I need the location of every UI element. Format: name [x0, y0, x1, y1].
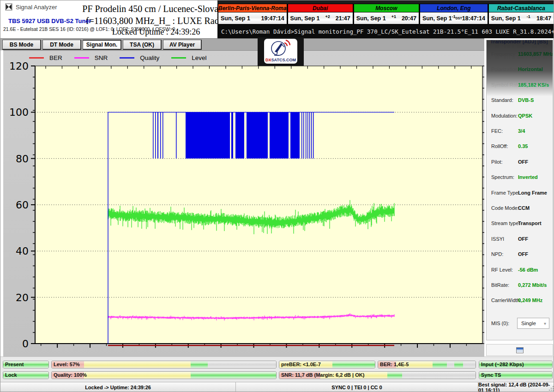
tab-strip: BS ModeDT ModeSignal Mon.TSA (OK)AV Play… [0, 38, 484, 50]
clock-date: Sun, Sep 1 [491, 15, 521, 22]
meter-segment-gray [463, 361, 476, 368]
clock-time-value: 20:47 [402, 15, 416, 22]
row-value: Long Frame [518, 190, 547, 196]
clock-date: Sun, Sep 1 [356, 15, 386, 22]
meter-segment-gray [447, 361, 454, 368]
tab-signal-mon-[interactable]: Signal Mon. [83, 40, 121, 50]
row-value: OFF [518, 159, 528, 165]
svg-text:120: 120 [9, 60, 29, 72]
transponder-row-standard-: Standard:DVB-S [487, 97, 553, 107]
logo-text-dx: DX [265, 58, 271, 62]
tab-bs-mode[interactable]: BS Mode [2, 40, 41, 50]
transport-data-button[interactable] [486, 344, 553, 356]
clock-time-cell: Sun, Sep 1-118:47 [488, 12, 554, 24]
console-window: C:\Users\Roman Dávid>Signal monitoring_P… [217, 24, 554, 38]
row-value: -56 dBm [518, 267, 538, 273]
tab-dt-mode[interactable]: DT Mode [42, 40, 81, 50]
signal-chart-panel: BERSNRQualityLevel 020406080100120 [3, 50, 484, 356]
tab-tsa-ok-[interactable]: TSA (OK) [123, 40, 162, 50]
row-value: Inverted [518, 174, 538, 180]
clock-time-value: 18:47 [536, 15, 551, 22]
meter-segment-green [332, 361, 375, 368]
meter-segment-green [454, 361, 463, 368]
clock-utc-offset: +2 [320, 14, 336, 19]
meter-segment-green [191, 361, 207, 368]
meter-segment-gray [402, 372, 476, 379]
mis-selected-value: Single [521, 321, 536, 326]
meter-preber: preBER: <1.0E-7 [279, 361, 375, 368]
transponder-row-rf-level-: RF Level:-56 dBm [487, 267, 553, 276]
svg-text:80: 80 [16, 153, 29, 165]
meter-label: Level: 57% [54, 362, 80, 367]
clock-utc-offset: -1 [521, 14, 536, 19]
row-value: CCM [518, 205, 530, 211]
meter-segment-green [387, 372, 402, 379]
station-line: PF Prodelin 450 cm / Lucenec-Slovakia [80, 3, 232, 15]
row-label: Polarization: [491, 66, 519, 72]
header-block: PF Prodelin 450 cm / Lucenec-Slovakia f=… [80, 3, 232, 37]
meter-label: BER: 1,4E-5 [380, 362, 409, 367]
transponder-row-modulation-: Modulation:QPSK [487, 113, 553, 122]
transponder-panel: Transponder [ADJ] [BS] MIS (0): Single ▾… [486, 40, 553, 340]
meter-label: Input (~282 Kbps) [481, 362, 524, 367]
window-title: Signal Analyzer [16, 4, 57, 11]
transponder-row-code-mode-: Code Mode:CCM [487, 205, 553, 214]
row-label: Spectrum: [491, 174, 514, 180]
transponder-row-spectrum-: Spectrum:Inverted [487, 174, 553, 184]
mis-label: MIS (0): [491, 321, 509, 326]
svg-text:0: 0 [22, 338, 29, 350]
row-label: ISSYI [491, 236, 504, 242]
svg-text:100: 100 [9, 107, 29, 118]
row-label: Code Mode: [491, 205, 519, 211]
signal-analyzer-window: Signal Analyzer PF Prodelin 450 cm / Luc… [0, 0, 554, 392]
row-label: Frequency: [491, 51, 517, 57]
row-value: 185,182 KS/s [518, 82, 549, 88]
signal-chart: 020406080100120 [3, 51, 484, 357]
row-label: Standard: [491, 97, 513, 103]
clock-date: Sun, Sep 1 [422, 15, 452, 22]
status-bar: Locked -> Uptime: 24:39:26SYNC 0 | TEI 0… [0, 382, 554, 392]
meter-ber: BER: 1,4E-5 [378, 361, 476, 368]
row-label: Frame Type: [491, 190, 520, 196]
meter-label: Lock [5, 372, 17, 378]
clock-city-label: Dubai [288, 4, 353, 12]
logo-text-rest: SATCS.COM [271, 58, 296, 62]
clock-city-label: Moscow [354, 4, 419, 12]
row-label: CarrierWidth: [491, 297, 521, 303]
row-value: Horizontal [518, 66, 543, 72]
row-value: 3/4 [518, 128, 525, 134]
transponder-row-carrierwidth-: CarrierWidth:0,249 MHz [487, 297, 553, 307]
meter-sync-ts: Sync TS [479, 371, 553, 379]
clock-time-cell: Sun, Sep 1+120:47 [354, 12, 419, 24]
row-label: BitRate: [491, 282, 509, 288]
clock-time-value: 19:47:14 [261, 15, 284, 22]
meter-segment-gray [208, 361, 276, 368]
row-value: 0,272 Mbit/s [518, 282, 547, 288]
row-label: Stream type: [491, 220, 520, 226]
row-value: 0.35 [518, 143, 528, 149]
clock-strip-top [217, 0, 554, 4]
chevron-down-icon: ▾ [544, 321, 546, 326]
transponder-row-frame-type-: Frame Type:Long Frame [487, 190, 553, 199]
resize-grip-icon[interactable] [548, 386, 554, 392]
meter-strip: PresentLevel: 57%preBER: <1.0E-7BER: 1,4… [0, 356, 554, 382]
row-label: Pilot: [491, 159, 502, 165]
transponder-row-frequency-: Frequency:11603,857 MHz [487, 51, 553, 60]
row-label: RollOff: [491, 143, 508, 149]
clock-date: Sun, Sep 1 [290, 15, 320, 22]
transponder-row-rolloff-: RollOff:0.35 [487, 143, 553, 153]
tab-av-player[interactable]: AV Player [163, 40, 202, 50]
clock-utc-offset: -1DST [452, 14, 462, 19]
transponder-row-issyi: ISSYIOFF [487, 236, 553, 245]
transponder-row-fec-: FEC:3/4 [487, 128, 553, 137]
meter-segment-green [433, 361, 447, 368]
meter-label: preBER: <1.0E-7 [281, 362, 321, 367]
world-clocks: Berlin-Paris-Vienna-RomaSun, Sep 119:47:… [217, 4, 554, 24]
clock-time-value: 18:47:14 [462, 15, 485, 22]
statusbar-cell-1: SYNC 0 | TEI 0 | CC 0 [236, 382, 478, 392]
statusbar-cell-2: Best signal: 12,4 dB (2024-09-01 16:11) [478, 382, 554, 392]
meter-snr: SNR: 11,7 dB (Margin: 6,2 dB | OK) [279, 371, 476, 379]
meter-input-kbps-: Input (~282 Kbps) [479, 361, 553, 368]
console-line: C:\Users\Roman Dávid>Signal monitoring_P… [221, 28, 554, 35]
mis-select[interactable]: Single ▾ [517, 318, 549, 329]
